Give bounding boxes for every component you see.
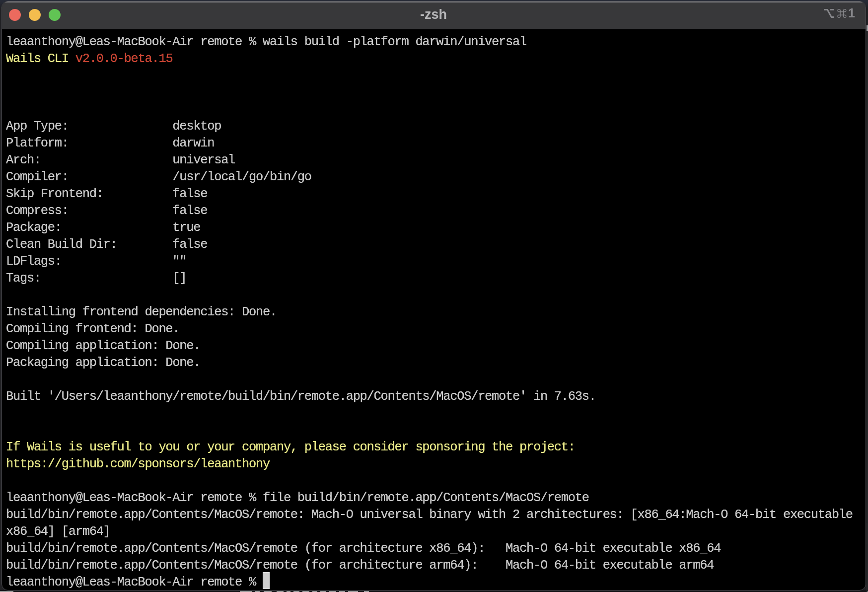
svg-text:1: 1 <box>848 7 855 19</box>
